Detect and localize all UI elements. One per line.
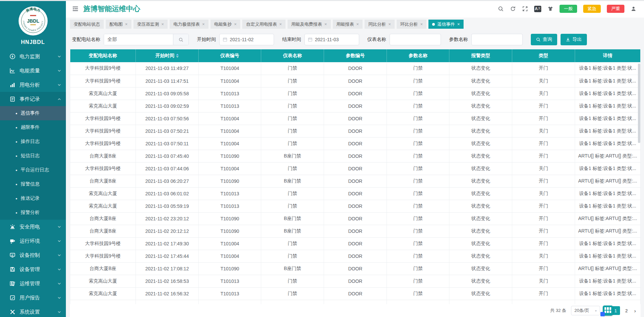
tab-电力极值报表[interactable]: 电力极值报表× — [170, 20, 208, 29]
param-name-input[interactable] — [471, 34, 523, 45]
table-row[interactable]: 大学科技园9号楼2021-11-03 07:50:11T101004门禁DOOR… — [70, 137, 641, 150]
tab-用能报表[interactable]: 用能报表× — [333, 20, 363, 29]
table-row[interactable]: 索克嵩山大厦2021-11-02 16:58:53T101013门禁DOOR门禁… — [70, 275, 641, 287]
bullet-icon: • — [16, 210, 17, 215]
close-icon[interactable]: × — [457, 22, 460, 26]
query-button[interactable]: 查询 — [531, 34, 557, 45]
column-header-开始时间[interactable]: 开始时间 — [136, 49, 199, 62]
page-button-2[interactable]: 2 — [622, 306, 631, 315]
sidebar-item-运维管理[interactable]: 运维管理 — [0, 276, 66, 291]
table-row[interactable]: 台商大厦B座2021-11-03 07:45:40T101090B座门禁DOOR… — [70, 150, 641, 162]
table-cell: 门禁 — [261, 100, 324, 112]
tab-同比分析[interactable]: 同比分析× — [365, 20, 395, 29]
station-search-button[interactable] — [173, 34, 189, 45]
sidebar-subitem-报警分析[interactable]: •报警分析 — [0, 205, 66, 220]
sidebar-item-电力监测[interactable]: 电力监测 — [0, 49, 66, 64]
table-row[interactable]: 索克嵩山大厦2021-11-03 09:05:58T101013门禁DOOR门禁… — [70, 87, 641, 100]
table-row[interactable]: 大学科技园9号楼2021-11-03 07:44:06T101004门禁DOOR… — [70, 162, 641, 175]
table-row[interactable]: 索克嵩山大厦2021-11-02 16:56:32T101013门禁DOOR门禁… — [70, 287, 641, 300]
table-row[interactable]: 台商大厦B座2021-11-02 20:12:12T101090B座门禁DOOR… — [70, 225, 641, 237]
table-cell: 状态变化 — [449, 212, 512, 225]
alarm-level-badge[interactable]: 一般 — [560, 5, 577, 13]
meter-name-input[interactable] — [390, 34, 441, 45]
table-cell: 门禁 — [261, 162, 324, 175]
table-row[interactable]: 大学科技园9号楼2021-11-02 17:49:30T101004门禁DOOR… — [70, 237, 641, 250]
table-cell: 2021-11-03 07:45:40 — [136, 150, 199, 162]
sidebar-item-电能质量[interactable]: 电能质量 — [0, 64, 66, 78]
close-icon[interactable]: × — [125, 22, 128, 26]
table-row[interactable]: 大学科技园9号楼2021-11-03 07:50:21T101004门禁DOOR… — [70, 125, 641, 137]
table-row[interactable]: 大学科技园9号楼2021-11-03 11:49:27T101004门禁DOOR… — [70, 62, 641, 75]
table-row[interactable]: 台商大厦B座2021-11-02 23:20:12T101090B座门禁DOOR… — [70, 212, 641, 225]
sort-icon[interactable] — [176, 52, 179, 59]
table-row[interactable]: 台商大厦B座2021-11-02 17:08:12T101090B座门禁DOOR… — [70, 262, 641, 275]
table-row[interactable]: 索克嵩山大厦2021-11-03 05:59:19T101013门禁DOOR门禁… — [70, 200, 641, 212]
page-size-select[interactable]: 20条/页 ▾ — [571, 306, 600, 315]
end-date-picker[interactable] — [304, 34, 359, 45]
sidebar-subitem-平台运行日志[interactable]: •平台运行日志 — [0, 163, 66, 177]
table-cell: 大学科技园9号楼 — [70, 75, 136, 87]
table-row[interactable]: 索克嵩山大厦2021-11-03 09:02:59T101013门禁DOOR门禁… — [70, 100, 641, 112]
ime-widget-icon[interactable] — [603, 306, 613, 316]
sidebar-item-设备控制[interactable]: 设备控制 — [0, 248, 66, 262]
next-page-button[interactable]: › — [633, 308, 637, 313]
close-icon[interactable]: × — [356, 22, 359, 26]
close-icon[interactable]: × — [202, 22, 205, 26]
start-date-input[interactable] — [230, 37, 271, 42]
table-row[interactable]: 台商大厦B座2021-11-03 06:20:27T101090B座门禁DOOR… — [70, 175, 641, 187]
ops-management-icon — [9, 281, 16, 287]
tab-用能及电费报表[interactable]: 用能及电费报表× — [288, 20, 331, 29]
table-cell: 状态变化 — [449, 137, 512, 150]
alarm-level-badge[interactable]: 紧急 — [583, 5, 601, 13]
table-cell: 2021-11-03 07:50:21 — [136, 125, 199, 137]
user-icon[interactable] — [630, 6, 637, 12]
sidebar-subitem-报警信息[interactable]: •报警信息 — [0, 177, 66, 191]
sidebar-subitem-操作日志[interactable]: •操作日志 — [0, 135, 66, 149]
close-icon[interactable]: × — [420, 22, 423, 26]
sidebar-item-事件记录[interactable]: 事件记录 — [0, 92, 66, 106]
table-cell: 大学科技园9号楼 — [70, 250, 136, 262]
tab-自定义用电报表[interactable]: 自定义用电报表× — [242, 20, 286, 29]
sidebar-item-用户报告[interactable]: 用户报告 — [0, 291, 66, 305]
sidebar-item-用电分析[interactable]: 用电分析 — [0, 78, 66, 92]
scrollbar-thumb[interactable] — [638, 64, 640, 143]
tab-变压器监测[interactable]: 变压器监测× — [133, 20, 168, 29]
sidebar-subitem-短信日志[interactable]: •短信日志 — [0, 149, 66, 163]
start-date-picker[interactable] — [219, 34, 274, 45]
alarm-level-badge[interactable]: 严重 — [607, 5, 624, 13]
export-button[interactable]: 导出 — [561, 34, 587, 45]
sidebar-item-系统设置[interactable]: 系统设置 — [0, 305, 66, 317]
sidebar-subitem-越限事件[interactable]: •越限事件 — [0, 120, 66, 135]
sidebar-item-设备管理[interactable]: 设备管理 — [0, 262, 66, 276]
tab-电能集抄[interactable]: 电能集抄× — [210, 20, 241, 29]
fullscreen-icon[interactable] — [522, 6, 528, 12]
close-icon[interactable]: × — [388, 22, 391, 26]
translate-icon[interactable]: A文 — [534, 6, 541, 12]
table-row[interactable]: 大学科技园9号楼2021-11-03 07:50:56T101004门禁DOOR… — [70, 112, 641, 125]
close-icon[interactable]: × — [234, 22, 237, 26]
sidebar-item-label: 设备管理 — [20, 266, 40, 273]
refresh-icon[interactable] — [510, 6, 516, 12]
sidebar-item-运行环境[interactable]: 运行环境 — [0, 234, 66, 248]
end-date-input[interactable] — [315, 37, 356, 42]
sidebar-item-安全用电[interactable]: 安全用电 — [0, 220, 66, 234]
table-cell: 台商大厦B座 — [70, 212, 136, 225]
close-icon[interactable]: × — [279, 22, 282, 26]
tab-变配电站状态[interactable]: 变配电站状态 — [70, 20, 104, 29]
sidebar-subitem-遥信事件[interactable]: •遥信事件 — [0, 106, 66, 120]
search-icon[interactable] — [498, 6, 504, 12]
close-icon[interactable]: × — [162, 22, 164, 26]
tab-遥信事件[interactable]: 遥信事件× — [428, 20, 464, 29]
tab-环比分析[interactable]: 环比分析× — [397, 20, 427, 29]
theme-icon[interactable] — [547, 6, 553, 12]
menu-toggle-icon[interactable] — [72, 5, 79, 12]
station-select[interactable] — [104, 34, 189, 45]
station-input[interactable] — [104, 34, 173, 45]
table-row[interactable]: 索克嵩山大厦2021-11-03 06:01:02T101013门禁DOOR门禁… — [70, 187, 641, 200]
close-icon[interactable]: × — [324, 22, 327, 26]
table-row[interactable]: 大学科技园9号楼2021-11-03 11:47:51T101004门禁DOOR… — [70, 75, 641, 87]
tab-配电图[interactable]: 配电图× — [106, 20, 131, 29]
table-row[interactable]: 大学科技园9号楼2021-11-02 17:45:44T101004门禁DOOR… — [70, 250, 641, 262]
table-cell: T101013 — [198, 187, 261, 200]
sidebar-subitem-推送记录[interactable]: •推送记录 — [0, 191, 66, 205]
